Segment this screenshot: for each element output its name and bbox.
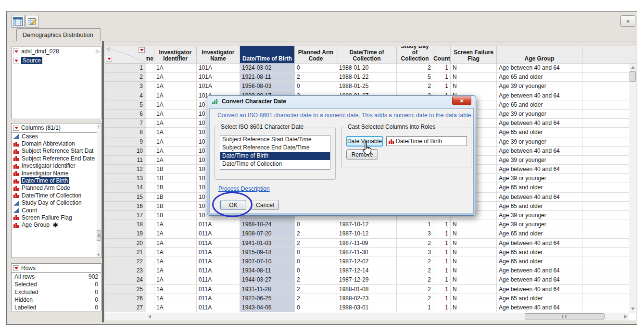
cell-fill[interactable] [582, 285, 636, 294]
cell-study[interactable]: 2 [397, 285, 433, 294]
cell-count[interactable]: 1 [433, 239, 451, 248]
columns-list-item[interactable]: Screen Failure Flag [12, 214, 101, 221]
cell-stub[interactable] [146, 239, 154, 248]
cell-coll[interactable]: 1987-12-29 [337, 275, 397, 284]
cell-coll[interactable]: 1988-01-22 [337, 73, 397, 82]
cell-stub[interactable] [146, 82, 154, 91]
cell-age[interactable]: Age 39 or younger [497, 82, 582, 91]
cell-age[interactable]: Age 39 or younger [497, 110, 582, 119]
row-number[interactable]: 12 [105, 165, 146, 174]
cell-sff[interactable]: N [451, 229, 497, 238]
column-header-dob[interactable]: Date/Time of Birth [240, 46, 295, 63]
cell-age[interactable]: Age between 40 and 64 [497, 165, 582, 174]
cell-coll[interactable]: 1988-01-08 [337, 285, 397, 294]
cell-count[interactable]: 1 [433, 220, 451, 229]
cell-fill[interactable] [582, 266, 636, 275]
dialog-titlebar[interactable]: Convert Character Date [212, 98, 286, 105]
cell-age[interactable]: Age between 40 and 64 [497, 285, 582, 294]
scroll-up-icon[interactable] [631, 66, 635, 69]
cell-inv_id[interactable]: 1B [154, 165, 197, 174]
row-number[interactable]: 9 [105, 137, 146, 147]
cell-inv_id[interactable]: 1B [154, 202, 197, 211]
iso-date-option[interactable]: Date/Time of Collection [220, 160, 330, 168]
cell-inv_id[interactable]: 1A [154, 147, 197, 156]
cell-age[interactable]: Age 39 or younger [497, 156, 582, 165]
data-table-toolbar-button[interactable] [11, 15, 25, 28]
cell-dob[interactable]: 1944-03-27 [240, 275, 295, 284]
edit-journal-toolbar-button[interactable] [25, 15, 39, 28]
red-triangle-icon[interactable] [13, 125, 19, 131]
cell-count[interactable]: 1 [433, 248, 451, 257]
cell-arm[interactable]: 0 [295, 248, 337, 257]
cell-sff[interactable]: N [451, 266, 497, 275]
row-number[interactable]: 15 [105, 193, 146, 202]
cell-stub[interactable] [146, 266, 154, 275]
cell-inv_id[interactable]: 1A [154, 100, 197, 110]
cell-age[interactable]: Age 65 and older [497, 73, 582, 82]
cell-stub[interactable] [146, 110, 154, 119]
expand-icon[interactable]: ▷ [96, 49, 100, 54]
cell-study[interactable]: 3 [397, 229, 433, 238]
cell-coll[interactable]: 1987-10-12 [337, 229, 397, 238]
cell-age[interactable]: Age 65 and older [497, 257, 582, 266]
cell-study[interactable]: 1 [397, 303, 433, 312]
cell-inv_id[interactable]: 1A [154, 91, 197, 100]
cell-stub[interactable] [146, 165, 154, 174]
cell-inv_id[interactable]: 1A [154, 63, 197, 73]
row-number[interactable]: 2 [105, 73, 146, 82]
cell-fill[interactable] [582, 128, 636, 137]
cell-age[interactable]: Age between 40 and 64 [497, 91, 582, 100]
cell-stub[interactable] [146, 73, 154, 82]
columns-list-item[interactable]: Subject Reference End Date [12, 155, 101, 162]
cell-age[interactable]: Age between 40 and 64 [497, 193, 582, 202]
cell-stub[interactable] [146, 257, 154, 266]
cell-fill[interactable] [582, 248, 636, 257]
cell-inv_id[interactable]: 1A [154, 137, 197, 147]
row-number[interactable]: 17 [105, 211, 146, 220]
cell-age[interactable]: Age 39 or younger [497, 220, 582, 229]
cell-count[interactable]: 1 [433, 82, 451, 91]
cell-stub[interactable] [146, 174, 154, 183]
cell-dob[interactable]: 1924-03-02 [240, 63, 295, 73]
rows-menu-icon[interactable] [106, 56, 112, 61]
cell-arm[interactable]: 2 [295, 294, 337, 303]
cell-study[interactable]: 2 [397, 82, 433, 91]
cell-fill[interactable] [582, 303, 636, 312]
cell-inv_name[interactable]: 101A [197, 63, 240, 73]
cell-count[interactable]: 1 [433, 73, 451, 82]
cell-inv_id[interactable]: 1B [154, 193, 197, 202]
columns-list-item[interactable]: Date/Time of Collection [12, 192, 101, 199]
cell-dob[interactable]: 1934-08-11 [240, 266, 295, 275]
cell-stub[interactable] [146, 275, 154, 284]
cell-inv_name[interactable]: 011A [197, 220, 240, 229]
cell-coll[interactable]: 1987-10-12 [337, 220, 397, 229]
cell-inv_id[interactable]: 1B [154, 211, 197, 220]
cell-inv_id[interactable]: 1A [154, 257, 197, 266]
cell-inv_name[interactable]: 011A [197, 257, 240, 266]
cell-fill[interactable] [582, 147, 636, 156]
row-number[interactable]: 10 [105, 147, 146, 156]
cell-count[interactable]: 1 [433, 63, 451, 73]
column-header-sff[interactable]: Screen Failure Flag [451, 46, 497, 63]
cell-inv_name[interactable]: 011A [197, 303, 240, 312]
iso-date-option[interactable]: Subject Reference End Date/Time [220, 144, 330, 152]
columns-list-item[interactable]: Date/Time of Birth [12, 177, 101, 184]
cell-study[interactable]: 2 [397, 63, 433, 73]
cell-fill[interactable] [582, 294, 636, 303]
cell-inv_id[interactable]: 1A [154, 110, 197, 119]
cell-sff[interactable]: N [451, 239, 497, 248]
cell-fill[interactable] [582, 202, 636, 211]
cell-arm[interactable]: 0 [295, 257, 337, 266]
columns-list-item[interactable]: Study Day of Collection [12, 199, 101, 207]
cell-age[interactable]: Age 65 and older [497, 183, 582, 192]
cell-fill[interactable] [582, 63, 636, 73]
cell-age[interactable]: Age between 40 and 64 [497, 119, 582, 128]
cell-fill[interactable] [582, 156, 636, 165]
cell-age[interactable]: Age between 40 and 64 [497, 266, 582, 275]
cell-fill[interactable] [582, 100, 636, 110]
cell-dob[interactable]: 1943-04-06 [240, 303, 295, 312]
cell-fill[interactable] [582, 193, 636, 202]
cell-coll[interactable]: 1988-01-25 [337, 82, 397, 91]
columns-panel-header[interactable]: Columns (81/1) [12, 123, 101, 133]
cell-dob[interactable]: 1931-11-28 [240, 285, 295, 294]
